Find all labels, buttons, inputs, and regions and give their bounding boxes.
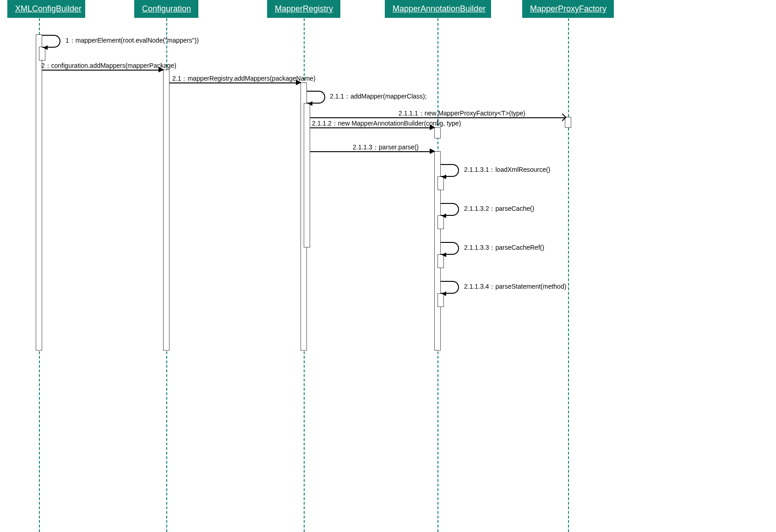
- activation-mapperproxyfactory: [565, 117, 571, 128]
- participant-configuration: Configuration: [134, 0, 198, 18]
- msg-label-m2_1_1_3_1: 2.1.1.3.1：loadXmlResource(): [464, 166, 550, 174]
- participant-mapperannotationbuilder: MapperAnnotationBuilder: [385, 0, 491, 18]
- self-arrow-m2_1_1_3_3: [442, 252, 446, 257]
- activation-xmlconfigbuilder: [36, 34, 42, 351]
- self-arrow-m1: [43, 45, 48, 50]
- sequence-diagram: XMLConfigBuilder Configuration MapperReg…: [0, 0, 776, 532]
- msg-label-m2_1_1_3_2: 2.1.1.3.2：parseCache(): [464, 205, 534, 213]
- msg-label-m2: 2：configuration.addMappers(mapperPackage…: [41, 62, 176, 70]
- self-arrow-m2_1_1_3_2: [442, 214, 446, 218]
- msg-label-m2_1_1_3: 2.1.1.3：parser.parse(): [353, 143, 419, 152]
- msg-label-m2_1_1_1: 2.1.1.1：new MapperProxyFactory<T>(type): [399, 110, 525, 118]
- self-arrow-m2_1_1_3_4: [442, 291, 446, 296]
- msg-label-m2_1_1_3_4: 2.1.1.3.4：parseStatement(method): [464, 283, 566, 291]
- participant-mapperproxyfactory: MapperProxyFactory: [522, 0, 614, 18]
- activation-mapperregistry-self: [304, 103, 310, 247]
- lifeline-mapperproxyfactory: [568, 18, 569, 532]
- self-arrow-m2_1_1_3_1: [442, 175, 446, 179]
- participant-xmlconfigbuilder: XMLConfigBuilder: [7, 0, 85, 18]
- participant-mapperregistry: MapperRegistry: [267, 0, 340, 18]
- msg-label-m1: 1：mapperElement(root.evalNode("mappers")…: [66, 37, 199, 45]
- arrow-m2_1_1_3: [430, 148, 435, 154]
- msg-label-m2_1_1: 2.1.1：addMapper(mapperClass);: [330, 93, 427, 101]
- self-arrow-m2_1_1: [308, 101, 312, 106]
- activation-configuration: [163, 70, 169, 351]
- msg-label-m2_1_1_3_3: 2.1.1.3.3：parseCacheRef(): [464, 244, 544, 252]
- msg-label-m2_1: 2.1：mapperRegistry.addMappers(packageNam…: [172, 75, 316, 83]
- activation-mapperannotationbuilder-1: [434, 127, 441, 138]
- msg-label-m2_1_1_2: 2.1.1.2：new MapperAnnotationBuilder(conf…: [312, 120, 461, 128]
